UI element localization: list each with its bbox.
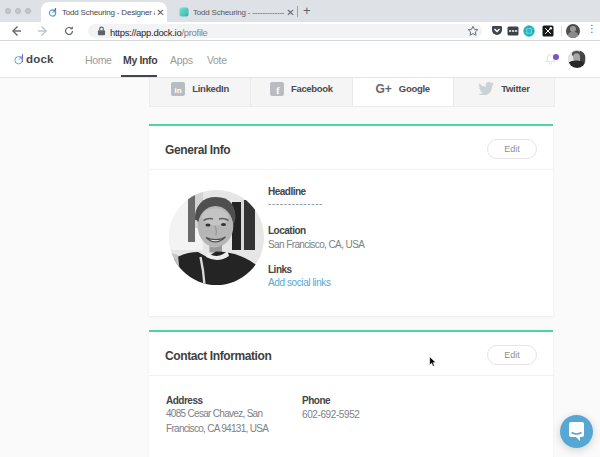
- svg-text:in: in: [175, 85, 182, 94]
